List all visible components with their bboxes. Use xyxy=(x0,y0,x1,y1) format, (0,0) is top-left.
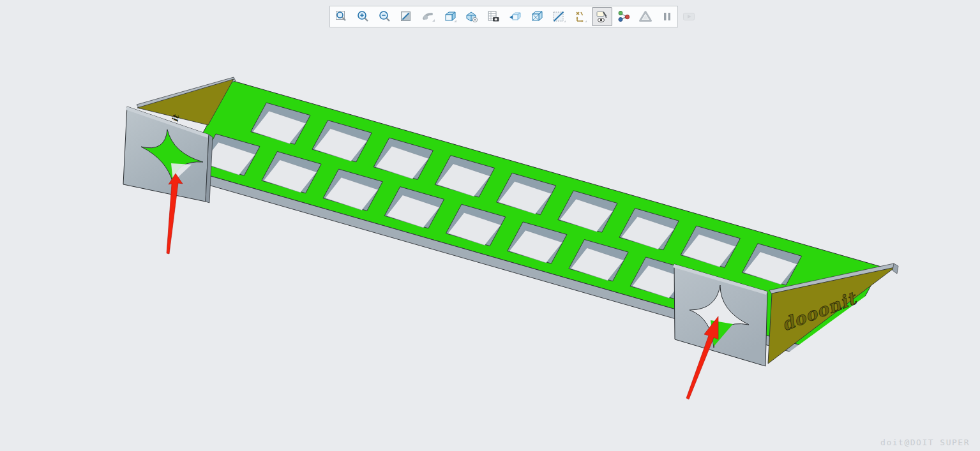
display-style-icon[interactable] xyxy=(527,7,547,26)
named-views-icon[interactable] xyxy=(462,7,482,26)
hide-show-items-icon[interactable] xyxy=(592,7,612,26)
zoom-to-fit-icon[interactable] xyxy=(331,7,352,26)
view-mates-icon[interactable] xyxy=(614,7,634,26)
zoom-in-icon[interactable] xyxy=(353,7,373,26)
section-view-icon[interactable] xyxy=(548,7,569,26)
apply-scene-icon[interactable] xyxy=(505,7,525,26)
realview-graphics-icon[interactable] xyxy=(635,7,656,26)
right-gusset-apex-edge xyxy=(893,263,898,274)
zoom-out-icon[interactable] xyxy=(375,7,395,26)
watermark-text: doit@DOIT SUPER xyxy=(880,438,970,447)
cad-viewport: it dooonit xyxy=(0,0,980,451)
model-canvas: it dooonit xyxy=(0,0,980,451)
view-toolbar xyxy=(329,6,678,27)
rotate-view-icon[interactable] xyxy=(418,7,439,26)
capture-view-icon[interactable] xyxy=(483,7,504,26)
hide-show-sketches-icon[interactable] xyxy=(570,7,591,26)
play-icon[interactable] xyxy=(679,7,699,26)
pause-icon[interactable] xyxy=(657,7,677,26)
zoom-to-area-icon[interactable] xyxy=(396,7,417,26)
view-orientation-cube-icon[interactable] xyxy=(440,7,460,26)
